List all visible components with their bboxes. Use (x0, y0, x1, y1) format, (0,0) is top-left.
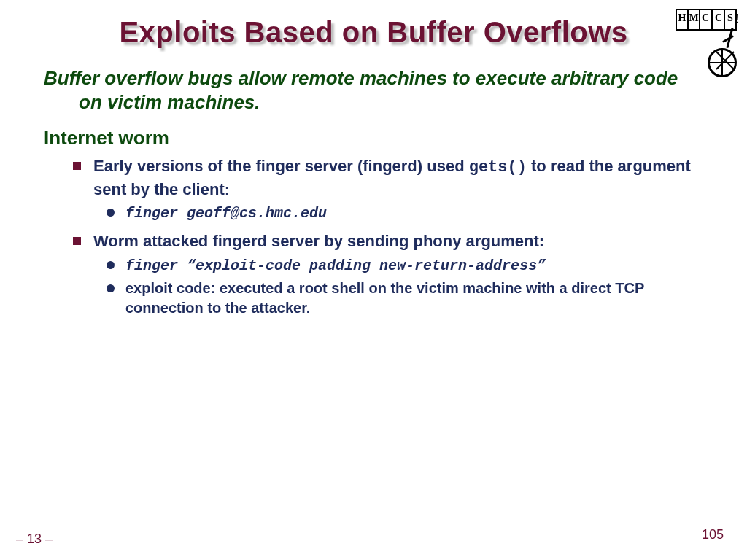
logo-letter: C (700, 10, 712, 29)
page-number-right: 105 (702, 527, 724, 542)
hmc-cs-logo: H M C C S ! (674, 6, 741, 77)
sub-bullet-item: finger geoff@cs.hmc.edu (107, 203, 703, 223)
code-line: finger “exploit-code padding new-return-… (125, 257, 546, 274)
slide-title: Exploits Based on Buffer Overflows (44, 16, 703, 49)
sub-bullet-item: finger “exploit-code padding new-return-… (107, 255, 703, 276)
code-line: finger geoff@cs.hmc.edu (125, 205, 327, 222)
sub-bullet-item: exploit code: executed a root shell on t… (107, 279, 703, 318)
logo-letterbox: H M C C S (676, 9, 737, 31)
logo-letter: M (689, 10, 700, 29)
logo-letter: C (712, 10, 725, 29)
sub-bullet-list: finger “exploit-code padding new-return-… (93, 255, 703, 318)
bullet-text: Worm attacked fingerd server by sending … (93, 232, 544, 250)
sub-bullet-text: exploit code: executed a root shell on t… (125, 280, 644, 316)
page-number-left: – 13 – (16, 532, 53, 547)
sub-bullet-list: finger geoff@cs.hmc.edu (93, 203, 703, 223)
bullet-item: Early versions of the finger server (fin… (73, 155, 703, 223)
logo-exclaim: ! (735, 12, 740, 27)
bullet-list: Early versions of the finger server (fin… (44, 155, 703, 318)
slide: H M C C S ! Exploits Based on Buffer Ove… (0, 0, 747, 560)
logo-wheel-spokes (712, 48, 737, 73)
bullet-text: Early versions of the finger server (fin… (93, 157, 469, 175)
inline-code: gets() (469, 158, 527, 176)
logo-letter: H (677, 10, 689, 29)
bullet-item: Worm attacked fingerd server by sending … (73, 230, 703, 318)
logo-letter: S (725, 10, 735, 29)
intro-text: Buffer overflow bugs allow remote machin… (79, 66, 703, 114)
section-heading: Internet worm (44, 127, 703, 149)
